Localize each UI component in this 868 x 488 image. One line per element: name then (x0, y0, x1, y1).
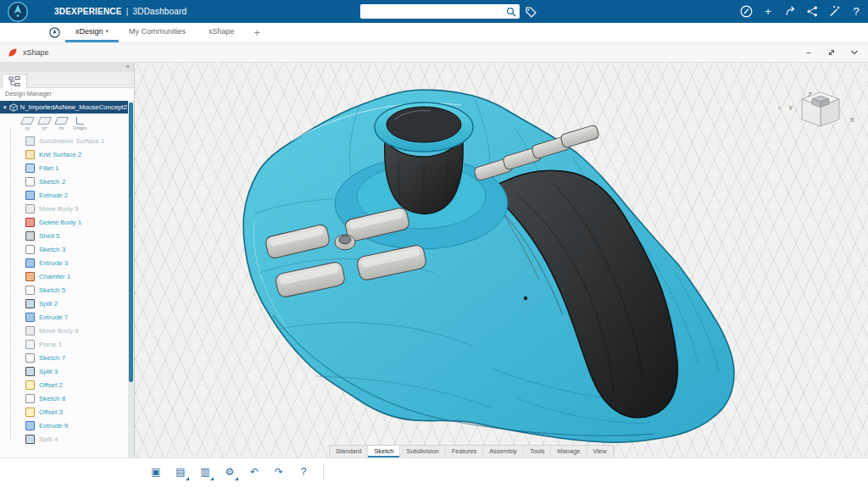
workbench-tab[interactable]: View (587, 446, 614, 458)
tree-item[interactable]: Sketch 5 (0, 283, 128, 297)
tree-item[interactable]: Move Body 5 (0, 202, 128, 215)
reference-plane[interactable]: yz (39, 117, 50, 130)
tree-item[interactable]: Fillet 1 (0, 161, 128, 175)
design-manager-panel: « Design Manager ▾ N_ImportedAsNew_M (0, 62, 135, 458)
toolbar-button[interactable]: ↷ (269, 462, 289, 482)
scrollbar-thumb[interactable] (129, 103, 133, 382)
tree-item[interactable]: Sketch 7 (0, 351, 128, 364)
toolbar-button[interactable]: ▣ (146, 462, 166, 482)
add-app-tab-button[interactable]: + (248, 23, 268, 42)
3dexperience-compass-logo[interactable] (7, 1, 29, 23)
feature-icon (25, 421, 35, 430)
action-bar: ▣ ▤ ▥ ⚙ ↶ ↷ (0, 458, 868, 488)
toolbar-button[interactable]: ? (293, 462, 314, 482)
tree-item[interactable]: Knit Surface 2 (0, 147, 128, 161)
reference-plane[interactable]: xy (22, 117, 33, 130)
feature-icon (25, 435, 35, 444)
app-tab[interactable]: xShape (198, 23, 248, 42)
tag-button[interactable] (524, 5, 537, 19)
expander-icon[interactable]: ▾ (3, 101, 7, 114)
mouse-concept-model[interactable] (134, 62, 868, 458)
tree-scrollbar[interactable] (128, 101, 134, 458)
toolbar-button[interactable]: ↶ (244, 462, 264, 482)
tree-view-tab[interactable] (2, 74, 27, 88)
rotate-left-icon[interactable]: ‹ (778, 104, 781, 112)
minimize-icon[interactable]: − (804, 47, 814, 58)
view-cube-icon[interactable] (795, 87, 846, 138)
tree-item[interactable]: Plane 1 (0, 337, 128, 351)
feature-icon (25, 150, 35, 159)
app-tab[interactable]: xDesign ▾ (65, 23, 119, 42)
window-controls: − (804, 42, 860, 62)
workbench-tab[interactable]: Subdivision (400, 446, 445, 458)
tree-item[interactable]: Extrude 9 (0, 419, 128, 432)
feature-icon (25, 218, 35, 227)
top-bar: 3DEXPERIENCE|3DDashboard + ? (0, 0, 868, 23)
vertex-marker[interactable] (524, 297, 527, 300)
stylus-circle-icon[interactable] (739, 5, 753, 19)
resize-icon[interactable] (826, 47, 837, 58)
tree-item[interactable]: Delete Body 1 (0, 215, 128, 229)
tool-icon: ▥ (200, 462, 209, 482)
app-tab[interactable]: My Communities (119, 23, 198, 42)
search-icon[interactable] (506, 7, 516, 17)
tree-item[interactable]: Split 2 (0, 297, 128, 310)
joystick-button[interactable] (335, 235, 355, 250)
app-title: 3DEXPERIENCE|3DDashboard (54, 7, 186, 16)
workbench-tab[interactable]: Standard (330, 446, 368, 458)
tree-item[interactable]: Chamfer 1 (0, 269, 128, 283)
tree-root-node[interactable]: ▾ N_ImportedAsNew_MouseConcept2 (0, 101, 128, 114)
feature-icon (25, 258, 35, 268)
3d-viewport[interactable]: ‹ Y Z X Standard Sketch (134, 62, 868, 458)
part-icon (9, 103, 18, 112)
tree-item[interactable]: Sketch 3 (0, 242, 128, 256)
standard-tools-group: ▣ ▤ ▥ ⚙ ↶ ↷ (146, 462, 314, 482)
workbench-tab[interactable]: Tools (524, 446, 552, 458)
view-cube[interactable]: ‹ Y Z X (776, 80, 858, 148)
tree-item[interactable]: Offset 3 (0, 405, 128, 419)
tree-item[interactable]: Split 4 (0, 432, 128, 446)
workbench-tab[interactable]: Assembly (483, 446, 524, 458)
tree-item[interactable]: Subdivision Surface 1 (0, 134, 128, 147)
feature-icon (25, 353, 35, 363)
tree-item[interactable]: Split 3 (0, 364, 128, 378)
axis-x-label[interactable]: X (850, 116, 854, 124)
tree-item[interactable]: Extrude 7 (0, 310, 128, 324)
toolbar-button[interactable]: ⚙ (220, 462, 240, 482)
plane-icon (37, 117, 52, 125)
add-icon[interactable]: + (761, 5, 775, 19)
help-icon[interactable]: ? (849, 5, 863, 19)
tree-item[interactable]: Extrude 2 (0, 188, 128, 202)
toolbar-button[interactable]: ▥ (195, 462, 215, 482)
feature-icon (25, 313, 35, 322)
collapse-panel-icon[interactable]: « (126, 63, 130, 71)
feature-icon (25, 177, 35, 186)
share-icon[interactable] (805, 5, 819, 19)
compass-mini-icon[interactable] (49, 27, 60, 38)
tree-item[interactable]: Extrude 3 (0, 256, 128, 269)
plane-icon (76, 117, 84, 125)
axis-y-label[interactable]: Y (788, 104, 793, 112)
feature-icon (25, 367, 35, 376)
tree-item[interactable]: Move Body 8 (0, 324, 128, 337)
feature-icon (25, 245, 35, 254)
forward-arrow-icon[interactable] (783, 5, 797, 19)
reference-plane[interactable]: zx (56, 117, 67, 130)
tree-item[interactable]: Shell 5 (0, 229, 128, 242)
reference-plane[interactable]: Origin (73, 117, 86, 130)
dropdown-caret-icon (210, 477, 214, 480)
tree-item[interactable]: Offset 2 (0, 378, 128, 391)
magic-wand-icon[interactable] (827, 5, 841, 19)
tree-item[interactable]: Sketch 8 (0, 391, 128, 405)
tree-item[interactable]: Sketch 2 (0, 175, 128, 188)
feature-icon (25, 299, 35, 308)
workbench-tab[interactable]: Sketch (368, 446, 400, 458)
toolbar-button[interactable]: ▤ (170, 462, 191, 482)
collapse-chevron-icon[interactable] (849, 47, 860, 58)
workbench-tab[interactable]: Manage (551, 446, 587, 458)
feature-icon (25, 286, 35, 295)
knob-cap[interactable] (375, 103, 473, 152)
workbench-tab[interactable]: Features (446, 446, 484, 458)
search-input[interactable] (360, 8, 506, 16)
feature-icon (25, 204, 35, 214)
